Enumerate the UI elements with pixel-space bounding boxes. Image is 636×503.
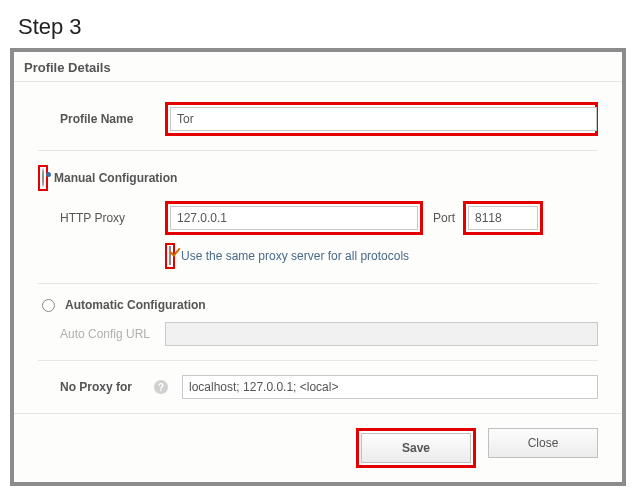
same-proxy-checkbox[interactable] (169, 246, 171, 265)
http-proxy-row: HTTP Proxy Port (60, 201, 598, 235)
profile-name-label: Profile Name (60, 112, 165, 126)
separator (38, 283, 598, 284)
same-proxy-row: Use the same proxy server for all protoc… (165, 243, 598, 269)
separator (38, 360, 598, 361)
http-proxy-input[interactable] (170, 206, 418, 230)
close-button[interactable]: Close (488, 428, 598, 458)
panel-title: Profile Details (14, 52, 622, 82)
help-icon[interactable]: ? (154, 380, 168, 394)
highlight-http-proxy (165, 201, 423, 235)
highlight-save-button: Save (356, 428, 476, 468)
auto-config-url-label: Auto Config URL (60, 327, 165, 341)
port-label: Port (433, 211, 455, 225)
panel-body: Profile Name Manual Configuration HTTP P… (14, 82, 622, 413)
no-proxy-label: No Proxy for (60, 380, 150, 394)
step-title: Step 3 (0, 0, 636, 48)
separator (38, 150, 598, 151)
http-proxy-label: HTTP Proxy (60, 211, 165, 225)
auto-config-url-row: Auto Config URL (60, 322, 598, 346)
profile-name-row: Profile Name (60, 102, 598, 136)
auto-config-url-input (165, 322, 598, 346)
highlight-manual-radio (38, 165, 48, 191)
manual-config-radio[interactable] (42, 168, 44, 187)
same-proxy-label: Use the same proxy server for all protoc… (181, 249, 409, 263)
automatic-config-label: Automatic Configuration (65, 298, 206, 312)
highlight-same-proxy-checkbox (165, 243, 175, 269)
port-input[interactable] (468, 206, 538, 230)
profile-name-input[interactable] (170, 107, 597, 131)
dialog-footer: Save Close (14, 413, 622, 482)
manual-config-row: Manual Configuration (38, 165, 598, 191)
dialog-frame: Profile Details Profile Name Manual Conf… (10, 48, 626, 486)
no-proxy-row: No Proxy for ? (60, 375, 598, 399)
automatic-config-radio[interactable] (42, 299, 55, 312)
save-button[interactable]: Save (361, 433, 471, 463)
no-proxy-input[interactable] (182, 375, 598, 399)
highlight-port (463, 201, 543, 235)
highlight-profile-name (165, 102, 598, 136)
manual-config-label: Manual Configuration (54, 171, 177, 185)
automatic-config-row: Automatic Configuration (38, 298, 598, 312)
